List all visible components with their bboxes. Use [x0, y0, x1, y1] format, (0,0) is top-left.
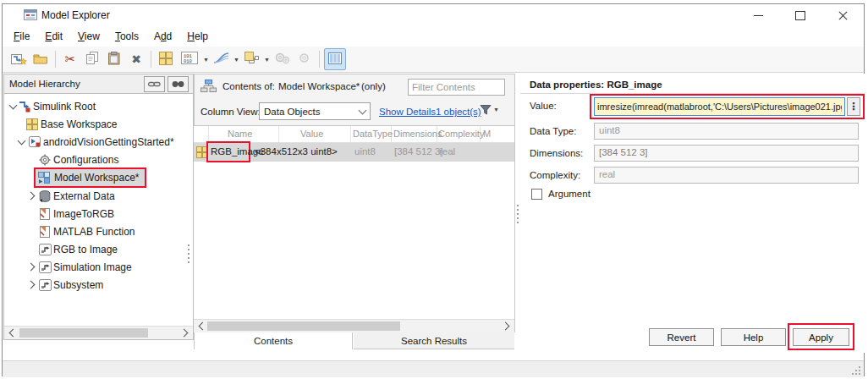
cell-value: <384x512x3 uint8>	[255, 146, 338, 157]
window-title: Model Explorer	[41, 9, 110, 21]
contents-hierarchy-icon	[201, 80, 217, 95]
menu-help[interactable]: Help	[179, 28, 216, 45]
chevron-down-icon[interactable]	[18, 137, 26, 146]
contents-tabs: Contents Search Results	[194, 332, 515, 350]
signal-selector-button[interactable]	[212, 49, 232, 69]
minimize-button[interactable]	[742, 8, 774, 24]
object-count-link[interactable]: 1 object(s)	[436, 107, 481, 117]
new-model-button[interactable]	[8, 49, 29, 69]
tree-icon	[244, 52, 259, 67]
scrollbar-thumb[interactable]	[19, 328, 148, 338]
tree-item-model-workspace[interactable]: Model Workspace*	[4, 168, 193, 186]
data-properties-panel: Data properties: RGB_image Value: ⋮ Data…	[520, 74, 865, 353]
scrollbar-thumb[interactable]	[207, 321, 400, 331]
help-button[interactable]: Help	[721, 328, 786, 346]
value-more-button[interactable]: ⋮	[847, 97, 860, 116]
column-header-value[interactable]: Value	[300, 129, 323, 139]
table-row-rgb-image[interactable]: RGB_image <384x512x3 uint8> uint8 [384 5…	[194, 143, 514, 162]
column-header-complexity[interactable]: Complexity	[438, 129, 484, 139]
search-button[interactable]	[168, 76, 189, 92]
dimensions-label: Dimensions:	[530, 148, 583, 158]
model-hierarchy-title: Model Hierarchy	[9, 79, 80, 89]
link-icon	[148, 80, 161, 88]
revert-button[interactable]: Revert	[649, 328, 714, 346]
resize-grip[interactable]	[852, 366, 860, 375]
tree-item-matlab-function[interactable]: MATLAB Function	[4, 222, 193, 240]
right-splitter-handle[interactable]	[517, 205, 519, 223]
menu-add[interactable]: Add	[146, 28, 179, 45]
chevron-right-icon[interactable]	[27, 281, 36, 289]
tree-horizontal-scrollbar[interactable]	[4, 326, 193, 339]
menu-file[interactable]: File	[6, 28, 37, 45]
binary-display-button[interactable]: 101010	[178, 49, 201, 69]
argument-label: Argument	[548, 189, 591, 199]
contents-scope: (only)	[361, 81, 386, 91]
tree-item-subsystem[interactable]: Subsystem	[4, 276, 193, 294]
tree-item-simulink-root[interactable]: Simulink Root	[4, 97, 193, 115]
chevron-right-icon[interactable]	[27, 192, 36, 200]
scroll-right-icon[interactable]	[180, 329, 189, 338]
dropdown-arrow-icon[interactable]: ▼	[493, 107, 499, 113]
model-workspace-selection[interactable]: Model Workspace*	[34, 168, 146, 188]
table-horizontal-scrollbar[interactable]	[194, 319, 514, 332]
left-splitter-handle[interactable]	[188, 244, 190, 263]
tree-item-configurations[interactable]: Configurations	[4, 151, 193, 168]
contents-header: Contents of: Model Workspace* (only) Col…	[194, 74, 515, 126]
cut-icon: ✂	[65, 52, 76, 67]
binoculars-icon	[172, 80, 184, 88]
column-header-dimensions[interactable]: Dimensions	[393, 129, 442, 139]
menu-edit[interactable]: Edit	[37, 28, 70, 45]
workspace-grid-button[interactable]	[156, 49, 176, 69]
svg-text:010: 010	[184, 58, 192, 64]
column-header-min[interactable]: M	[483, 129, 491, 139]
hierarchy-view-button[interactable]	[242, 49, 262, 69]
filter-funnel-icon[interactable]	[480, 104, 492, 118]
scroll-right-icon[interactable]	[502, 322, 510, 331]
paste-button[interactable]	[104, 49, 124, 69]
configurations-gear-icon	[38, 153, 52, 166]
complexity-label: Complexity:	[530, 170, 580, 180]
maximize-button[interactable]	[784, 8, 816, 24]
show-details-link[interactable]: Show Details	[379, 107, 436, 117]
column-header-name[interactable]: Name	[228, 129, 252, 139]
data-type-label: Data Type:	[530, 126, 576, 136]
scroll-left-icon[interactable]	[199, 322, 207, 331]
tree-item-simulation-image[interactable]: Simulation Image	[4, 258, 193, 276]
toolbar-separator	[319, 51, 320, 68]
signal-curves-icon	[213, 52, 229, 67]
value-input[interactable]	[594, 97, 845, 116]
tab-search-results[interactable]: Search Results	[354, 332, 514, 349]
matlab-function-icon	[38, 225, 52, 238]
open-button[interactable]	[30, 49, 51, 69]
chevron-right-icon[interactable]	[27, 263, 36, 272]
matlab-function-icon	[38, 207, 52, 220]
column-view-select[interactable]: Data Objects	[259, 102, 371, 120]
tree-item-base-workspace[interactable]: Base Workspace	[4, 115, 193, 133]
binary-icon: 101010	[181, 52, 198, 67]
column-header-datatype[interactable]: DataType	[353, 129, 393, 139]
scroll-left-icon[interactable]	[9, 329, 18, 338]
argument-checkbox[interactable]	[531, 189, 542, 200]
link-button[interactable]	[144, 76, 165, 92]
tree-item-android-vision-model[interactable]: androidVisionGettingStarted*	[4, 133, 193, 151]
dropdown-arrow-icon[interactable]: ▼	[264, 57, 270, 63]
dropdown-arrow-icon[interactable]: ▼	[203, 57, 209, 63]
model-workspace-icon	[37, 171, 51, 184]
column-view-button[interactable]	[324, 48, 346, 70]
menu-view[interactable]: View	[70, 28, 107, 45]
copy-button[interactable]	[82, 49, 102, 69]
chevron-down-icon[interactable]	[9, 102, 18, 110]
tree-item-imagetorgb[interactable]: ImageToRGB	[4, 205, 193, 222]
database-icon	[38, 190, 52, 202]
tree-item-external-data[interactable]: External Data	[4, 187, 193, 205]
close-button[interactable]	[827, 8, 859, 24]
tab-contents[interactable]: Contents	[194, 332, 353, 349]
tree-item-rgb-to-image[interactable]: RGB to Image	[4, 240, 193, 258]
column-view-icon	[328, 52, 342, 67]
filter-contents-input[interactable]	[408, 79, 505, 96]
cut-button[interactable]: ✂	[60, 49, 80, 69]
dropdown-arrow-icon[interactable]: ▼	[233, 57, 239, 63]
apply-button[interactable]: Apply	[793, 328, 849, 346]
menu-tools[interactable]: Tools	[107, 28, 146, 45]
delete-button[interactable]: ✖	[126, 49, 146, 69]
